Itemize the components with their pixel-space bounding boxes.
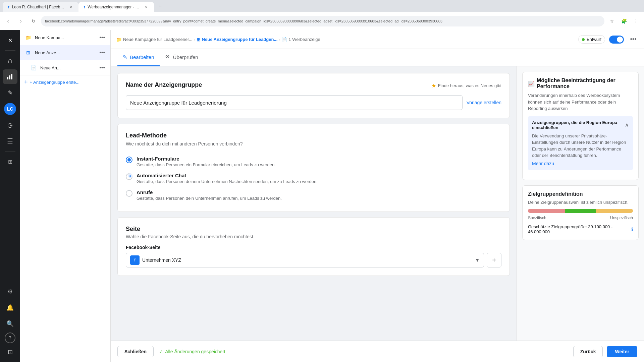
breadcrumb-ad[interactable]: 📄 1 Werbeanzeige [281,37,320,42]
europa-collapse-button[interactable]: ∧ [625,122,629,128]
campaign-folder-icon: 📁 [24,34,32,42]
close-sidebar-button[interactable]: ✕ [3,33,17,48]
sidebar-edit-button[interactable]: ✎ [3,85,17,100]
radio-option-instant[interactable]: Instant-Formulare Gestatte, dass Persone… [126,153,501,170]
ad-item-label: Neue An... [40,65,95,70]
sidebar-clock-button[interactable]: ◷ [3,118,17,132]
radio-desc-calls: Gestatte, dass Personen dein Unternehmen… [137,196,282,201]
add-adgroup-button[interactable]: + + Anzeigengruppe erste... [20,75,110,89]
audience-bar-specific [528,209,565,213]
sidebar-settings-button[interactable]: ⚙ [3,284,17,299]
radio-input-calls[interactable] [126,190,132,197]
radio-desc-instant: Gestatte, dass Personen ein Formular ein… [137,162,276,167]
next-button[interactable]: Weiter [607,346,637,357]
sidebar-home-button[interactable]: ⌂ [3,53,17,68]
europa-learn-more-link[interactable]: Mehr dazu [532,161,554,166]
tab-ueberpruefen[interactable]: 👁 Überprüfen [160,49,204,66]
breadcrumb-ad-label: 1 Werbeanzeige [288,37,320,42]
tab-label-ads: Werbeanzeigenmanager - Wer... [88,5,141,9]
browser-tab-ads[interactable]: f Werbeanzeigenmanager - Wer... ✕ [78,2,154,12]
browser-tab-facebook[interactable]: f Leon R. Chaudhari | Facebook ✕ [3,2,78,12]
breadcrumb-adset-icon: ⊞ [197,37,201,42]
tab-bearbeiten[interactable]: ✎ Bearbeiten [117,49,160,66]
lead-method-title: Lead-Methode [126,132,501,139]
ueberpruefen-icon: 👁 [165,54,170,60]
forward-browser-button[interactable]: › [15,16,26,26]
tab-label-facebook: Leon R. Chaudhari | Facebook [12,5,66,9]
tab-close-ads[interactable]: ✕ [144,5,149,9]
radio-option-chat[interactable]: ● Automatisierter Chat Gestatte, dass Pe… [126,170,501,187]
campaign-item-label: Neue Kampa... [35,35,95,40]
star-news-button[interactable]: ★ Finde heraus, was es Neues gibt [431,82,501,89]
form-area: Name der Anzeigengruppe ★ Finde heraus, … [111,66,517,341]
adset-item-label: Neue Anze... [35,50,95,55]
sidebar-help-button[interactable]: ? [5,333,15,343]
svg-rect-0 [7,77,8,79]
breadcrumb-campaign-label: Neue Kampagne für Leadgenerier... [123,37,193,42]
ad-group-name-title: Name der Anzeigengruppe [126,81,202,88]
status-dot [582,38,585,41]
performance-card: 📈 Mögliche Beeinträchtigung der Performa… [522,72,639,180]
right-panel: 📈 Mögliche Beeinträchtigung der Performa… [517,66,644,341]
sidebar-layers-button[interactable]: ⊡ [3,345,17,359]
radio-input-instant[interactable] [126,157,132,163]
bookmark-star-icon[interactable]: ☆ [606,16,617,26]
audience-unspecific-label: Unspezifisch [610,216,633,220]
adset-item-more-button[interactable]: ••• [98,49,106,56]
nav-more-button[interactable]: ••• [628,34,639,45]
back-button[interactable]: Zurück [573,346,603,357]
campaign-item-ad[interactable]: 📄 Neue An... ••• [20,60,110,75]
close-button[interactable]: Schließen [117,346,154,357]
breadcrumb-adset[interactable]: ⊞ Neue Anzeigengruppe für Leadgen... [197,37,278,42]
bottom-bar: Schließen ✓ Alle Änderungen gespeichert … [111,341,644,362]
radio-label-instant: Instant-Formulare [137,156,276,162]
radio-option-calls[interactable]: Anrufe Gestatte, dass Personen dein Unte… [126,187,501,203]
page-select-dropdown[interactable]: f Unternehmen XYZ ▼ [126,253,484,267]
sidebar-grid-button[interactable]: ⊞ [3,154,17,169]
sidebar-chart-button[interactable] [3,69,17,84]
audience-size-info-icon[interactable]: ℹ [631,227,633,232]
adset-grid-icon: ⊞ [24,49,32,57]
user-avatar: LC [4,103,16,115]
sidebar-menu-button[interactable]: ☰ [3,134,17,148]
radio-input-chat[interactable]: ● [126,173,132,180]
campaign-item-adset[interactable]: ⊞ Neue Anze... ••• [20,45,110,60]
audience-specific-label: Spezifisch [528,216,546,220]
browser-menu-button[interactable]: ⋮ [631,16,641,26]
sidebar-search-button[interactable]: 🔍 [3,316,17,331]
ad-item-more-button[interactable]: ••• [98,64,106,71]
breadcrumb-adset-label: Neue Anzeigengruppe für Leadgen... [202,37,278,42]
sidebar-bell-button[interactable]: 🔔 [3,300,17,315]
page-select-value: Unternehmen XYZ [142,257,181,263]
tab-bar: ✎ Bearbeiten 👁 Überprüfen [111,49,644,66]
ueberpruefen-label: Überprüfen [173,54,198,60]
star-icon: ★ [431,82,436,89]
back-browser-button[interactable]: ‹ [3,16,13,26]
lead-method-card: Lead-Methode Wie möchtest du dich mit an… [117,124,510,212]
sidebar-avatar[interactable]: LC [3,102,17,116]
create-template-button[interactable]: Vorlage erstellen [467,100,501,105]
campaign-item-more-button[interactable]: ••• [98,34,106,41]
ad-group-name-card: Name der Anzeigengruppe ★ Finde heraus, … [117,73,510,118]
page-select-chevron-icon: ▼ [475,257,480,263]
chat-info-badge: ● [128,173,132,178]
top-nav: 📁 Neue Kampagne für Leadgenerier... › ⊞ … [111,30,644,49]
page-section-desc: Wähle die Facebook-Seite aus, die du her… [126,234,501,239]
fb-page-label: Facebook-Seite [126,245,501,250]
page-select-fb-icon: f [130,255,140,265]
reload-button[interactable]: ↻ [28,16,39,26]
address-bar[interactable]: facebook.com/adsmanager/manage/adsets/ed… [41,16,604,26]
audience-size-text: Geschätzte Zielgruppengröße: 39.100.000 … [528,224,630,234]
breadcrumb-ad-icon: 📄 [281,37,287,42]
campaign-item-kampagne[interactable]: 📁 Neue Kampa... ••• [20,30,110,45]
ad-group-name-input[interactable] [126,95,463,110]
extensions-icon[interactable]: 🧩 [619,16,629,26]
campaign-toggle[interactable] [609,36,624,44]
tab-close-facebook[interactable]: ✕ [68,5,73,9]
status-label: Entwurf [587,37,601,42]
svg-rect-1 [9,75,10,79]
bearbeiten-label: Bearbeiten [130,54,154,60]
breadcrumb-campaign[interactable]: 📁 Neue Kampagne für Leadgenerier... [116,37,193,42]
page-add-button[interactable]: + [487,253,501,267]
new-tab-button[interactable]: + [155,1,165,11]
